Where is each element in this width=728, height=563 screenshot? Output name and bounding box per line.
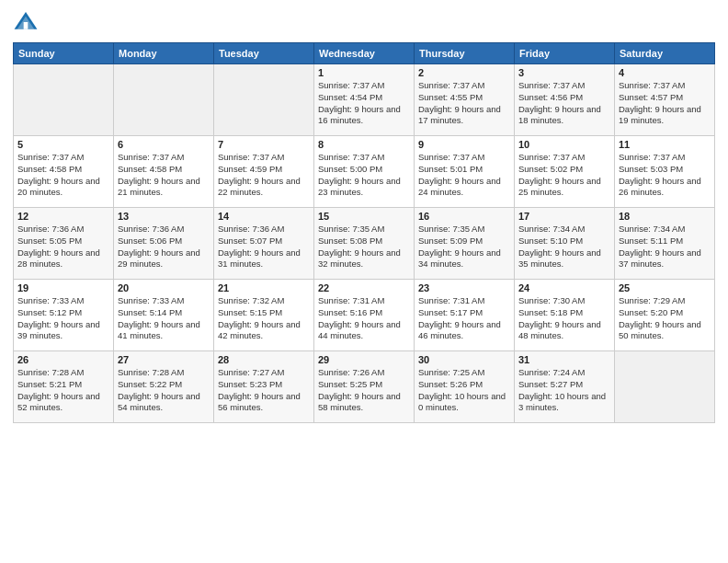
weekday-header-thursday: Thursday	[415, 43, 515, 64]
week-row-4: 19Sunrise: 7:33 AMSunset: 5:12 PMDayligh…	[14, 280, 715, 351]
day-number: 20	[118, 282, 210, 293]
day-number: 15	[318, 211, 410, 222]
weekday-header-monday: Monday	[114, 43, 214, 64]
day-cell: 11Sunrise: 7:37 AMSunset: 5:03 PMDayligh…	[615, 136, 715, 208]
day-info: Sunrise: 7:32 AMSunset: 5:15 PMDaylight:…	[218, 295, 310, 342]
weekday-header-wednesday: Wednesday	[314, 43, 415, 64]
day-info: Sunrise: 7:37 AMSunset: 4:58 PMDaylight:…	[118, 152, 210, 199]
day-number: 9	[418, 139, 510, 150]
day-info: Sunrise: 7:36 AMSunset: 5:06 PMDaylight:…	[118, 224, 210, 270]
day-cell: 29Sunrise: 7:26 AMSunset: 5:25 PMDayligh…	[314, 351, 415, 423]
day-cell: 23Sunrise: 7:31 AMSunset: 5:17 PMDayligh…	[415, 280, 515, 351]
day-number: 4	[619, 67, 711, 78]
weekday-header-friday: Friday	[515, 43, 615, 64]
day-info: Sunrise: 7:33 AMSunset: 5:14 PMDaylight:…	[118, 295, 210, 342]
calendar-body: 1Sunrise: 7:37 AMSunset: 4:54 PMDaylight…	[14, 64, 715, 423]
day-cell: 25Sunrise: 7:29 AMSunset: 5:20 PMDayligh…	[615, 280, 715, 351]
day-cell: 6Sunrise: 7:37 AMSunset: 4:58 PMDaylight…	[114, 136, 214, 208]
day-info: Sunrise: 7:29 AMSunset: 5:20 PMDaylight:…	[619, 295, 711, 342]
day-cell: 9Sunrise: 7:37 AMSunset: 5:01 PMDaylight…	[415, 136, 515, 208]
day-number: 22	[318, 282, 410, 293]
day-info: Sunrise: 7:37 AMSunset: 4:56 PMDaylight:…	[518, 80, 610, 127]
weekday-header-tuesday: Tuesday	[214, 43, 314, 64]
day-cell: 26Sunrise: 7:28 AMSunset: 5:21 PMDayligh…	[14, 351, 114, 423]
day-cell: 14Sunrise: 7:36 AMSunset: 5:07 PMDayligh…	[214, 208, 314, 280]
day-info: Sunrise: 7:37 AMSunset: 5:01 PMDaylight:…	[418, 152, 510, 199]
header	[13, 9, 715, 35]
day-cell	[214, 64, 314, 136]
day-number: 26	[17, 354, 109, 365]
week-row-3: 12Sunrise: 7:36 AMSunset: 5:05 PMDayligh…	[14, 208, 715, 280]
day-cell: 3Sunrise: 7:37 AMSunset: 4:56 PMDaylight…	[515, 64, 615, 136]
day-info: Sunrise: 7:37 AMSunset: 5:02 PMDaylight:…	[518, 152, 610, 199]
day-number: 23	[418, 282, 510, 293]
day-number: 12	[17, 211, 109, 222]
svg-rect-2	[24, 22, 28, 29]
day-info: Sunrise: 7:31 AMSunset: 5:16 PMDaylight:…	[318, 295, 410, 342]
day-cell: 13Sunrise: 7:36 AMSunset: 5:06 PMDayligh…	[114, 208, 214, 280]
day-info: Sunrise: 7:36 AMSunset: 5:05 PMDaylight:…	[17, 224, 109, 270]
week-row-5: 26Sunrise: 7:28 AMSunset: 5:21 PMDayligh…	[14, 351, 715, 423]
day-number: 11	[619, 139, 711, 150]
day-cell: 20Sunrise: 7:33 AMSunset: 5:14 PMDayligh…	[114, 280, 214, 351]
day-info: Sunrise: 7:37 AMSunset: 4:57 PMDaylight:…	[619, 80, 711, 127]
day-cell: 31Sunrise: 7:24 AMSunset: 5:27 PMDayligh…	[515, 351, 615, 423]
day-number: 2	[418, 67, 510, 78]
day-info: Sunrise: 7:37 AMSunset: 5:03 PMDaylight:…	[619, 152, 711, 199]
day-cell	[114, 64, 214, 136]
day-info: Sunrise: 7:31 AMSunset: 5:17 PMDaylight:…	[418, 295, 510, 342]
day-number: 21	[218, 282, 310, 293]
day-number: 24	[518, 282, 610, 293]
day-number: 6	[118, 139, 210, 150]
day-cell: 4Sunrise: 7:37 AMSunset: 4:57 PMDaylight…	[615, 64, 715, 136]
day-cell: 7Sunrise: 7:37 AMSunset: 4:59 PMDaylight…	[214, 136, 314, 208]
day-info: Sunrise: 7:34 AMSunset: 5:10 PMDaylight:…	[518, 224, 610, 270]
day-info: Sunrise: 7:37 AMSunset: 4:58 PMDaylight:…	[17, 152, 109, 199]
day-info: Sunrise: 7:36 AMSunset: 5:07 PMDaylight:…	[218, 224, 310, 270]
day-cell: 28Sunrise: 7:27 AMSunset: 5:23 PMDayligh…	[214, 351, 314, 423]
day-info: Sunrise: 7:33 AMSunset: 5:12 PMDaylight:…	[17, 295, 109, 342]
day-cell: 24Sunrise: 7:30 AMSunset: 5:18 PMDayligh…	[515, 280, 615, 351]
day-number: 13	[118, 211, 210, 222]
day-info: Sunrise: 7:27 AMSunset: 5:23 PMDaylight:…	[218, 367, 310, 414]
day-info: Sunrise: 7:37 AMSunset: 4:55 PMDaylight:…	[418, 80, 510, 127]
calendar-table: SundayMondayTuesdayWednesdayThursdayFrid…	[13, 42, 715, 423]
day-cell	[615, 351, 715, 423]
day-cell: 2Sunrise: 7:37 AMSunset: 4:55 PMDaylight…	[415, 64, 515, 136]
day-number: 10	[518, 139, 610, 150]
day-number: 27	[118, 354, 210, 365]
logo	[13, 9, 42, 35]
day-cell: 21Sunrise: 7:32 AMSunset: 5:15 PMDayligh…	[214, 280, 314, 351]
day-info: Sunrise: 7:37 AMSunset: 5:00 PMDaylight:…	[318, 152, 410, 199]
page: SundayMondayTuesdayWednesdayThursdayFrid…	[0, 0, 728, 563]
day-info: Sunrise: 7:25 AMSunset: 5:26 PMDaylight:…	[418, 367, 510, 414]
day-cell: 10Sunrise: 7:37 AMSunset: 5:02 PMDayligh…	[515, 136, 615, 208]
day-number: 5	[17, 139, 109, 150]
day-number: 25	[619, 282, 711, 293]
day-number: 14	[218, 211, 310, 222]
day-number: 28	[218, 354, 310, 365]
weekday-header-saturday: Saturday	[615, 43, 715, 64]
day-info: Sunrise: 7:30 AMSunset: 5:18 PMDaylight:…	[518, 295, 610, 342]
day-info: Sunrise: 7:37 AMSunset: 4:54 PMDaylight:…	[318, 80, 410, 127]
day-number: 16	[418, 211, 510, 222]
day-info: Sunrise: 7:34 AMSunset: 5:11 PMDaylight:…	[619, 224, 711, 270]
day-info: Sunrise: 7:35 AMSunset: 5:09 PMDaylight:…	[418, 224, 510, 270]
day-info: Sunrise: 7:35 AMSunset: 5:08 PMDaylight:…	[318, 224, 410, 270]
day-cell: 17Sunrise: 7:34 AMSunset: 5:10 PMDayligh…	[515, 208, 615, 280]
day-number: 19	[17, 282, 109, 293]
day-cell: 19Sunrise: 7:33 AMSunset: 5:12 PMDayligh…	[14, 280, 114, 351]
day-cell: 8Sunrise: 7:37 AMSunset: 5:00 PMDaylight…	[314, 136, 415, 208]
logo-icon	[13, 9, 39, 35]
day-number: 17	[518, 211, 610, 222]
day-number: 31	[518, 354, 610, 365]
calendar-header: SundayMondayTuesdayWednesdayThursdayFrid…	[14, 43, 715, 64]
day-cell: 22Sunrise: 7:31 AMSunset: 5:16 PMDayligh…	[314, 280, 415, 351]
day-cell: 12Sunrise: 7:36 AMSunset: 5:05 PMDayligh…	[14, 208, 114, 280]
day-cell: 1Sunrise: 7:37 AMSunset: 4:54 PMDaylight…	[314, 64, 415, 136]
week-row-1: 1Sunrise: 7:37 AMSunset: 4:54 PMDaylight…	[14, 64, 715, 136]
day-number: 29	[318, 354, 410, 365]
day-number: 18	[619, 211, 711, 222]
day-number: 7	[218, 139, 310, 150]
day-cell: 5Sunrise: 7:37 AMSunset: 4:58 PMDaylight…	[14, 136, 114, 208]
